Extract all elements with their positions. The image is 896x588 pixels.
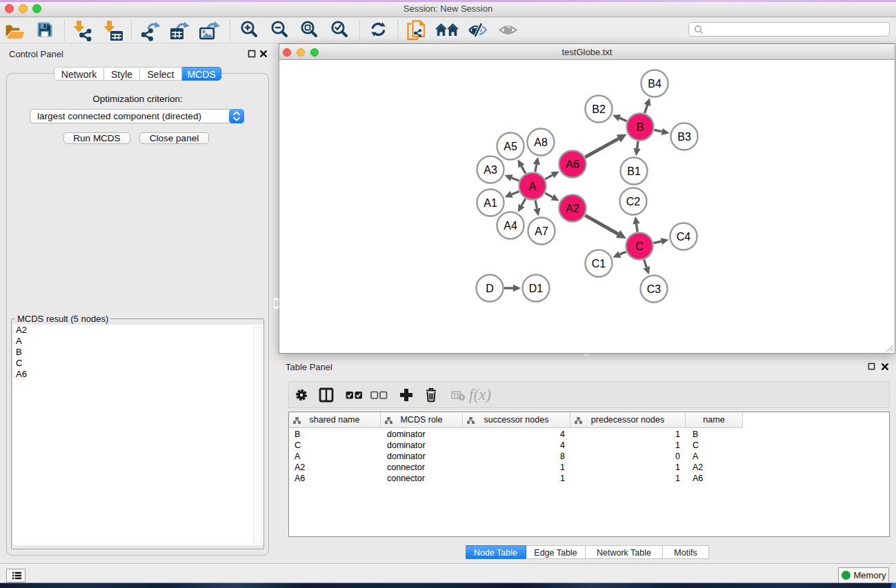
svg-text:A1: A1 — [484, 196, 497, 208]
svg-text:D: D — [486, 282, 494, 294]
svg-text:A5: A5 — [504, 140, 517, 152]
svg-text:C: C — [635, 240, 644, 252]
svg-text:C2: C2 — [626, 195, 640, 207]
svg-text:C1: C1 — [591, 257, 606, 269]
svg-text:B4: B4 — [648, 77, 661, 89]
svg-text:A6: A6 — [566, 158, 579, 170]
svg-text:B1: B1 — [627, 165, 641, 176]
svg-text:A8: A8 — [534, 136, 548, 148]
svg-text:B2: B2 — [592, 103, 606, 114]
svg-text:B3: B3 — [677, 130, 691, 142]
svg-text:A3: A3 — [484, 163, 497, 175]
svg-text:D1: D1 — [528, 282, 543, 294]
svg-text:B: B — [636, 121, 644, 132]
svg-text:C3: C3 — [646, 283, 661, 294]
svg-text:A: A — [528, 180, 536, 192]
svg-text:A2: A2 — [566, 202, 579, 214]
svg-text:A7: A7 — [535, 225, 548, 236]
svg-text:A4: A4 — [504, 219, 517, 231]
svg-text:C4: C4 — [676, 230, 690, 242]
